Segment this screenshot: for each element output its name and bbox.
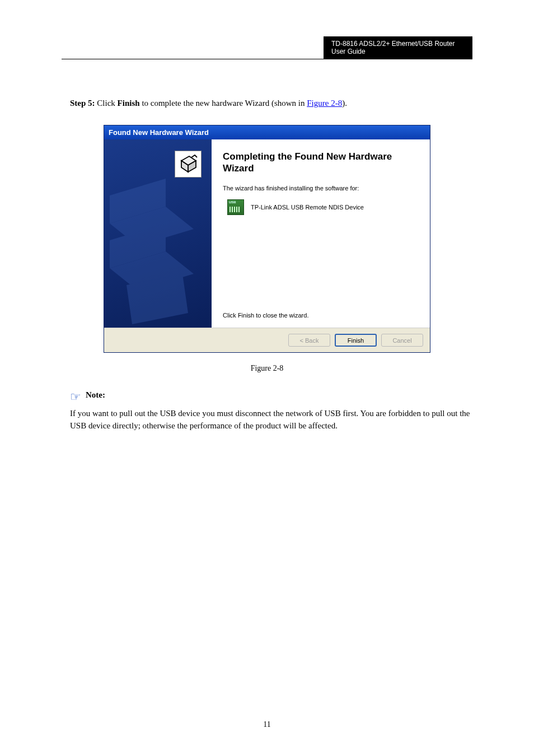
figure-caption: Figure 2-8 bbox=[62, 364, 472, 373]
wizard-device-name: TP-Link ADSL USB Remote NDIS Device bbox=[251, 204, 364, 211]
wizard-body: Completing the Found New Hardware Wizard… bbox=[104, 139, 430, 328]
back-button: < Back bbox=[288, 334, 330, 347]
wizard-close-text: Click Finish to close the wizard. bbox=[223, 312, 414, 319]
usb-device-icon bbox=[227, 199, 244, 215]
note-text: If you want to pull out the USB device y… bbox=[70, 408, 472, 432]
step5-t3: ). bbox=[342, 99, 347, 108]
wizard-footer: < Back Finish Cancel bbox=[104, 328, 430, 352]
note-section: ☞ Note: If you want to pull out the USB … bbox=[62, 390, 472, 432]
wizard-subtext: The wizard has finished installing the s… bbox=[223, 185, 414, 192]
step5-t2: to complete the new hardware Wizard (sho… bbox=[140, 99, 307, 108]
wizard-bg-shape-icon bbox=[104, 173, 212, 328]
note-label: Note: bbox=[86, 390, 105, 399]
hardware-device-icon bbox=[177, 153, 199, 175]
step5-instruction: Step 5: Click Finish to complete the new… bbox=[62, 99, 472, 108]
wizard-device-row: TP-Link ADSL USB Remote NDIS Device bbox=[227, 199, 414, 215]
step5-t1: Click bbox=[97, 99, 117, 108]
step5-bold: Finish bbox=[118, 99, 140, 108]
wizard-heading: Completing the Found New Hardware Wizard bbox=[223, 151, 414, 175]
finish-button[interactable]: Finish bbox=[335, 334, 377, 347]
wizard-dialog: Found New Hardware Wizard bbox=[104, 125, 430, 353]
wizard-corner-icon bbox=[175, 151, 202, 178]
document-header: TD-8816 ADSL2/2+ Ethernet/USB Router Use… bbox=[62, 36, 472, 59]
wizard-titlebar: Found New Hardware Wizard bbox=[104, 125, 430, 139]
header-product-box: TD-8816 ADSL2/2+ Ethernet/USB Router Use… bbox=[324, 36, 472, 59]
page-number: 11 bbox=[0, 720, 534, 729]
wizard-content: Completing the Found New Hardware Wizard… bbox=[212, 139, 430, 328]
cancel-button: Cancel bbox=[381, 334, 423, 347]
pointing-hand-icon: ☞ bbox=[70, 390, 81, 404]
step5-prefix: Step 5: bbox=[70, 99, 97, 108]
step5-link[interactable]: Figure 2-8 bbox=[307, 99, 342, 108]
wizard-sidebar-graphic bbox=[104, 139, 212, 328]
